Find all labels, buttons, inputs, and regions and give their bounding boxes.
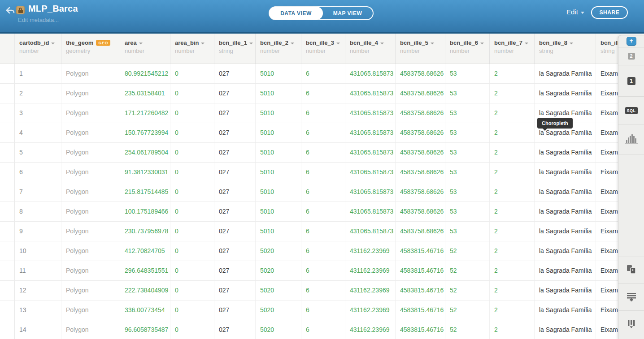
- cell-area[interactable]: 412.70824705: [120, 241, 170, 261]
- cell-bcn_ille_6[interactable]: 52: [445, 261, 490, 280]
- cell-bcn_ille_2[interactable]: 5010: [256, 123, 301, 142]
- cell-bcn_ille_1[interactable]: 027: [214, 84, 256, 103]
- cell-bcn_ille_3[interactable]: 6: [301, 320, 345, 339]
- cell-the_geom[interactable]: Polygon: [61, 320, 120, 339]
- back-arrow-icon[interactable]: [5, 7, 15, 15]
- cell-cartodb_id[interactable]: 14: [15, 320, 61, 339]
- cell-bcn_ille_6[interactable]: 53: [445, 143, 490, 162]
- header-cell-bcn_ille_1[interactable]: bcn_ille_1string: [214, 34, 256, 64]
- cell-bcn_ille_6[interactable]: 52: [445, 241, 490, 261]
- cell-bcn_ille_4[interactable]: 431065.815873: [345, 222, 396, 241]
- cell-bcn_ille_1[interactable]: 027: [214, 300, 256, 320]
- wizard-button[interactable]: [618, 125, 644, 155]
- cell-bcn_ille_4[interactable]: 431065.815873: [345, 64, 396, 83]
- cell-area_bin[interactable]: 0: [170, 123, 214, 142]
- cell-the_geom[interactable]: Polygon: [61, 182, 120, 202]
- cell-bcn_ille_8[interactable]: la Sagrada Família: [535, 222, 596, 241]
- cell-bcn_ille_2[interactable]: 5010: [256, 64, 301, 83]
- cell-bcn_ille_4[interactable]: 431065.815873: [345, 84, 396, 103]
- cell-area[interactable]: 150.767723994: [120, 123, 170, 142]
- cell-bcn_ille_5[interactable]: 4583815.46716: [396, 281, 445, 300]
- cell-bcn_ille_8[interactable]: la Sagrada Família: [535, 182, 596, 202]
- sql-button[interactable]: SQL: [618, 97, 644, 125]
- cell-area[interactable]: 235.03158401: [120, 84, 170, 103]
- cell-area[interactable]: 80.9921545212: [120, 64, 170, 83]
- cell-bcn_ille_1[interactable]: 027: [214, 320, 256, 339]
- cell-bcn_ille_7[interactable]: 2: [490, 222, 535, 241]
- cell-the_geom[interactable]: Polygon: [61, 261, 120, 280]
- cell-bcn_ille_1[interactable]: 027: [214, 64, 256, 83]
- cell-bcn_ille_2[interactable]: 5010: [256, 103, 301, 123]
- cell-bcn_ille_7[interactable]: 2: [490, 103, 535, 123]
- cell-bcn_ille_8[interactable]: la Sagrada Família: [535, 320, 596, 339]
- cell-bcn_ille_7[interactable]: 2: [490, 261, 535, 280]
- cell-cartodb_id[interactable]: 2: [15, 84, 61, 103]
- cell-area_bin[interactable]: 0: [170, 241, 214, 261]
- cell-bcn_ille_5[interactable]: 4583815.46716: [396, 300, 445, 320]
- cell-cartodb_id[interactable]: 13: [15, 300, 61, 320]
- cell-bcn_ille_5[interactable]: 4583758.68626: [396, 182, 445, 202]
- cell-bcn_ille_4[interactable]: 431065.815873: [345, 163, 396, 182]
- cell-bcn_ille_4[interactable]: 431162.23969: [345, 320, 396, 339]
- tab-map-view[interactable]: MAP VIEW: [322, 7, 373, 19]
- cell-bcn_ille_4[interactable]: 431065.815873: [345, 103, 396, 123]
- cell-bcn_ille_1[interactable]: 027: [214, 143, 256, 162]
- header-cell-area[interactable]: areanumber: [120, 34, 170, 64]
- cell-bcn_ille_3[interactable]: 6: [301, 261, 345, 280]
- cell-bcn_ille_6[interactable]: 53: [445, 222, 490, 241]
- cell-bcn_ille_7[interactable]: 2: [490, 300, 535, 320]
- cell-bcn_ille_4[interactable]: 431162.23969: [345, 261, 396, 280]
- cell-bcn_ille_5[interactable]: 4583758.68626: [396, 84, 445, 103]
- cell-bcn_ille_3[interactable]: 6: [301, 222, 345, 241]
- cell-bcn_ille_7[interactable]: 2: [490, 123, 535, 142]
- cell-bcn_ille_5[interactable]: 4583758.68626: [396, 123, 445, 142]
- cell-area_bin[interactable]: 0: [170, 143, 214, 162]
- cell-area_bin[interactable]: 0: [170, 222, 214, 241]
- cell-bcn_ille_6[interactable]: 53: [445, 202, 490, 221]
- cell-bcn_ille_4[interactable]: 431065.815873: [345, 143, 396, 162]
- cell-area_bin[interactable]: 0: [170, 182, 214, 202]
- cell-bcn_ille_5[interactable]: 4583815.46716: [396, 241, 445, 261]
- cell-bcn_ille_8[interactable]: la Sagrada Família: [535, 261, 596, 280]
- cell-bcn_ille_2[interactable]: 5010: [256, 143, 301, 162]
- cell-area[interactable]: 296.648351551: [120, 261, 170, 280]
- cell-bcn_ille_6[interactable]: 53: [445, 182, 490, 202]
- cell-bcn_ille_6[interactable]: 53: [445, 84, 490, 103]
- cell-bcn_ille_2[interactable]: 5020: [256, 241, 301, 261]
- cell-bcn_ille_7[interactable]: 2: [490, 84, 535, 103]
- cell-area_bin[interactable]: 0: [170, 320, 214, 339]
- cell-bcn_ille_1[interactable]: 027: [214, 103, 256, 123]
- cell-bcn_ille_5[interactable]: 4583758.68626: [396, 143, 445, 162]
- cell-bcn_ille_6[interactable]: 53: [445, 123, 490, 142]
- cell-bcn_ille_1[interactable]: 027: [214, 222, 256, 241]
- header-cell-bcn_ille_8[interactable]: bcn_ille_8string: [535, 34, 596, 64]
- cell-bcn_ille_7[interactable]: 2: [490, 241, 535, 261]
- cell-bcn_ille_4[interactable]: 431162.23969: [345, 281, 396, 300]
- cell-cartodb_id[interactable]: 7: [15, 182, 61, 202]
- cell-bcn_ille_2[interactable]: 5010: [256, 202, 301, 221]
- cell-bcn_ille_3[interactable]: 6: [301, 300, 345, 320]
- cell-bcn_ille_5[interactable]: 4583758.68626: [396, 103, 445, 123]
- cell-the_geom[interactable]: Polygon: [61, 222, 120, 241]
- header-cell-area_bin[interactable]: area_binnumber: [170, 34, 214, 64]
- cell-bcn_ille_3[interactable]: 6: [301, 143, 345, 162]
- cell-the_geom[interactable]: Polygon: [61, 163, 120, 182]
- cell-area_bin[interactable]: 0: [170, 300, 214, 320]
- cell-area_bin[interactable]: 0: [170, 84, 214, 103]
- cell-bcn_ille_1[interactable]: 027: [214, 261, 256, 280]
- cell-bcn_ille_1[interactable]: 027: [214, 123, 256, 142]
- cell-the_geom[interactable]: Polygon: [61, 300, 120, 320]
- cell-bcn_ille_6[interactable]: 53: [445, 163, 490, 182]
- cell-bcn_ille_4[interactable]: 431162.23969: [345, 300, 396, 320]
- merge-tables-button[interactable]: [618, 257, 644, 284]
- cell-cartodb_id[interactable]: 9: [15, 222, 61, 241]
- cell-bcn_ille_3[interactable]: 6: [301, 123, 345, 142]
- cell-bcn_ille_8[interactable]: la Sagrada Família: [535, 241, 596, 261]
- header-cell-the_geom[interactable]: the_geomGEOgeometry: [61, 34, 120, 64]
- cell-bcn_ille_4[interactable]: 431065.815873: [345, 123, 396, 142]
- cell-area[interactable]: 336.00773454: [120, 300, 170, 320]
- cell-bcn_ille_6[interactable]: 52: [445, 300, 490, 320]
- add-layer-button[interactable]: +: [618, 35, 644, 47]
- cell-bcn_ille_8[interactable]: la Sagrada Família: [535, 163, 596, 182]
- share-button[interactable]: SHARE: [591, 6, 628, 19]
